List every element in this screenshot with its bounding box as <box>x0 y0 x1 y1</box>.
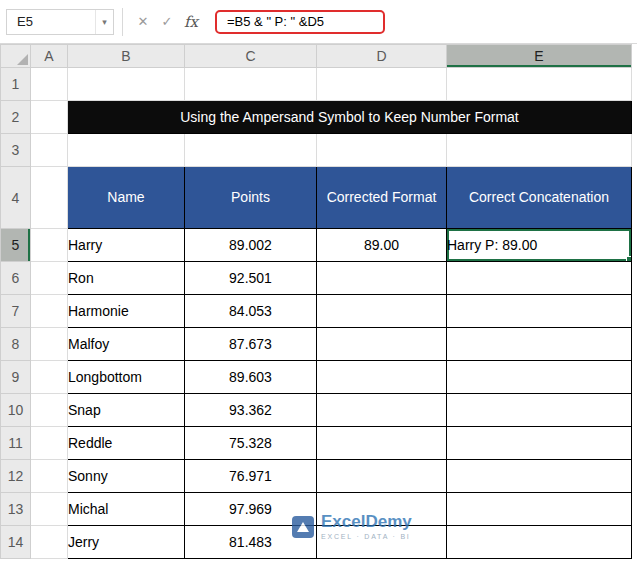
row-header-10[interactable]: 10 <box>1 394 31 427</box>
cell-E8[interactable] <box>447 328 632 361</box>
cell-B3[interactable] <box>68 134 185 167</box>
cell-E7[interactable] <box>447 295 632 328</box>
cell-B11[interactable]: Reddle <box>68 427 185 460</box>
cell-C3[interactable] <box>185 134 317 167</box>
exceldemy-watermark-text: ExcelDemy EXCEL · DATA · BI <box>321 513 412 540</box>
cell-D5[interactable]: 89.00 <box>317 229 447 262</box>
cell-D12[interactable] <box>317 460 447 493</box>
cell-A13[interactable] <box>31 493 68 526</box>
cell-E5[interactable]: Harry P: 89.00 <box>447 229 632 262</box>
cell-A2[interactable] <box>31 101 68 134</box>
name-box[interactable]: E5 ▾ <box>6 9 114 35</box>
cell-D7[interactable] <box>317 295 447 328</box>
cell-A10[interactable] <box>31 394 68 427</box>
cell-E13[interactable] <box>447 493 632 526</box>
formula-highlight-box: =B5 & " P: " &D5 <box>215 10 385 34</box>
cell-B8[interactable]: Malfoy <box>68 328 185 361</box>
cell-C1[interactable] <box>185 68 317 101</box>
watermark-subtitle: EXCEL · DATA · BI <box>321 533 412 540</box>
column-header-a[interactable]: A <box>31 45 68 68</box>
row-header-6[interactable]: 6 <box>1 262 31 295</box>
select-all-button[interactable] <box>1 45 31 68</box>
cell-C8[interactable]: 87.673 <box>185 328 317 361</box>
cell-D3[interactable] <box>317 134 447 167</box>
cell-C7[interactable]: 84.053 <box>185 295 317 328</box>
exceldemy-watermark: ExcelDemy EXCEL · DATA · BI <box>292 513 412 540</box>
row-header-4[interactable]: 4 <box>1 167 31 229</box>
cell-D8[interactable] <box>317 328 447 361</box>
cell-E3[interactable] <box>447 134 632 167</box>
cell-A11[interactable] <box>31 427 68 460</box>
spreadsheet-grid: A B C D E 1 2 Using the Ampersand Symbol… <box>0 44 632 559</box>
header-name[interactable]: Name <box>68 167 185 229</box>
cell-E1[interactable] <box>447 68 632 101</box>
header-corrected-format[interactable]: Corrected Format <box>317 167 447 229</box>
row-header-7[interactable]: 7 <box>1 295 31 328</box>
cell-E11[interactable] <box>447 427 632 460</box>
formula-input[interactable]: =B5 & " P: " &D5 <box>227 14 324 29</box>
formula-bar: E5 ▾ ✕ ✓ fx =B5 & " P: " &D5 <box>0 0 637 44</box>
row-header-9[interactable]: 9 <box>1 361 31 394</box>
row-header-8[interactable]: 8 <box>1 328 31 361</box>
name-box-value: E5 <box>7 10 95 34</box>
cell-A14[interactable] <box>31 526 68 559</box>
row-header-14[interactable]: 14 <box>1 526 31 559</box>
exceldemy-logo-icon <box>292 516 314 538</box>
cell-B14[interactable]: Jerry <box>68 526 185 559</box>
cell-E6[interactable] <box>447 262 632 295</box>
cell-C12[interactable]: 76.971 <box>185 460 317 493</box>
cell-A3[interactable] <box>31 134 68 167</box>
header-correct-concatenation[interactable]: Correct Concatenation <box>447 167 632 229</box>
row-header-12[interactable]: 12 <box>1 460 31 493</box>
row-header-5[interactable]: 5 <box>1 229 31 262</box>
row-header-2[interactable]: 2 <box>1 101 31 134</box>
cell-E14[interactable] <box>447 526 632 559</box>
row-header-3[interactable]: 3 <box>1 134 31 167</box>
column-header-e[interactable]: E <box>447 45 632 68</box>
excel-window: E5 ▾ ✕ ✓ fx =B5 & " P: " &D5 A B C D E 1 <box>0 0 637 571</box>
column-header-c[interactable]: C <box>185 45 317 68</box>
cell-A12[interactable] <box>31 460 68 493</box>
cell-B5[interactable]: Harry <box>68 229 185 262</box>
cell-C6[interactable]: 92.501 <box>185 262 317 295</box>
cell-A9[interactable] <box>31 361 68 394</box>
cell-D11[interactable] <box>317 427 447 460</box>
cell-D1[interactable] <box>317 68 447 101</box>
cell-E10[interactable] <box>447 394 632 427</box>
cell-B10[interactable]: Snap <box>68 394 185 427</box>
cell-A8[interactable] <box>31 328 68 361</box>
column-header-d[interactable]: D <box>317 45 447 68</box>
row-header-11[interactable]: 11 <box>1 427 31 460</box>
cell-E12[interactable] <box>447 460 632 493</box>
cell-D6[interactable] <box>317 262 447 295</box>
fill-handle[interactable] <box>626 256 632 262</box>
cell-A7[interactable] <box>31 295 68 328</box>
cell-D9[interactable] <box>317 361 447 394</box>
cancel-icon[interactable]: ✕ <box>131 14 155 29</box>
cell-B9[interactable]: Longbottom <box>68 361 185 394</box>
cell-C11[interactable]: 75.328 <box>185 427 317 460</box>
cell-B7[interactable]: Harmonie <box>68 295 185 328</box>
cell-E9[interactable] <box>447 361 632 394</box>
cell-B13[interactable]: Michal <box>68 493 185 526</box>
row-header-1[interactable]: 1 <box>1 68 31 101</box>
cell-A5[interactable] <box>31 229 68 262</box>
cell-C5[interactable]: 89.002 <box>185 229 317 262</box>
enter-icon[interactable]: ✓ <box>155 14 179 29</box>
cell-C10[interactable]: 93.362 <box>185 394 317 427</box>
insert-function-icon[interactable]: fx <box>179 13 203 31</box>
cell-B6[interactable]: Ron <box>68 262 185 295</box>
cell-B12[interactable]: Sonny <box>68 460 185 493</box>
divider <box>122 8 123 36</box>
column-header-b[interactable]: B <box>68 45 185 68</box>
cell-D10[interactable] <box>317 394 447 427</box>
header-points[interactable]: Points <box>185 167 317 229</box>
row-header-13[interactable]: 13 <box>1 493 31 526</box>
cell-A1[interactable] <box>31 68 68 101</box>
title-banner[interactable]: Using the Ampersand Symbol to Keep Numbe… <box>68 101 632 134</box>
chevron-down-icon[interactable]: ▾ <box>95 10 113 34</box>
cell-C9[interactable]: 89.603 <box>185 361 317 394</box>
cell-A4[interactable] <box>31 167 68 229</box>
cell-A6[interactable] <box>31 262 68 295</box>
cell-B1[interactable] <box>68 68 185 101</box>
